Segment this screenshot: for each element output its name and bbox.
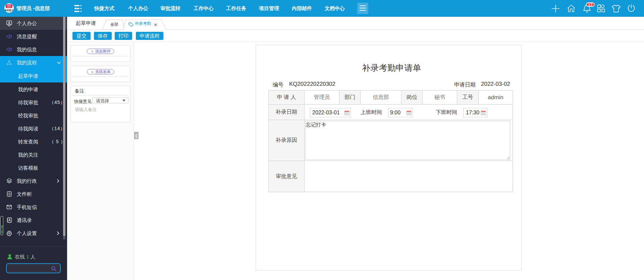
svg-text:全部: 全部 bbox=[110, 22, 118, 27]
svg-text:POWER: POWER bbox=[7, 11, 11, 13]
